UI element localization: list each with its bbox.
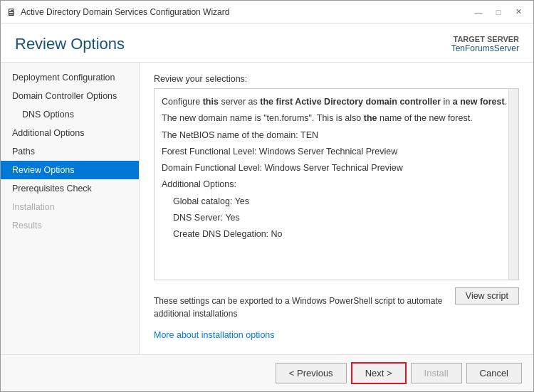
titlebar-left: 🖥 Active Directory Domain Services Confi… bbox=[6, 6, 229, 18]
server-name: TenForumsServer bbox=[451, 43, 519, 53]
review-line-9: Create DNS Delegation: No bbox=[162, 227, 511, 242]
server-info: TARGET SERVER TenForumsServer bbox=[451, 35, 519, 53]
titlebar: 🖥 Active Directory Domain Services Confi… bbox=[1, 1, 533, 23]
content-area: Review your selections: Configure this s… bbox=[140, 63, 533, 354]
export-text: These settings can be exported to a Wind… bbox=[154, 295, 444, 320]
sidebar-item-review-options[interactable]: Review Options bbox=[1, 161, 139, 179]
header: Review Options TARGET SERVER TenForumsSe… bbox=[1, 23, 533, 63]
review-line-6: Additional Options: bbox=[162, 177, 511, 192]
window: 🖥 Active Directory Domain Services Confi… bbox=[0, 0, 534, 392]
sidebar-item-dc-options[interactable]: Domain Controller Options bbox=[1, 87, 139, 105]
review-line-4: Forest Functional Level: Windows Server … bbox=[162, 144, 511, 159]
install-button: Install bbox=[411, 363, 462, 383]
sidebar-item-paths[interactable]: Paths bbox=[1, 142, 139, 161]
window-title: Active Directory Domain Services Configu… bbox=[21, 7, 229, 17]
maximize-button[interactable]: □ bbox=[489, 5, 508, 19]
sidebar: Deployment Configuration Domain Controll… bbox=[1, 63, 140, 354]
app-icon: 🖥 bbox=[6, 6, 16, 18]
sidebar-item-installation: Installation bbox=[1, 198, 139, 216]
review-line-3: The NetBIOS name of the domain: TEN bbox=[162, 128, 511, 143]
page-title: Review Options bbox=[15, 35, 125, 53]
review-label: Review your selections: bbox=[154, 74, 519, 84]
sidebar-item-dns-options[interactable]: DNS Options bbox=[1, 105, 139, 124]
review-line-2: The new domain name is "ten.forums". Thi… bbox=[162, 111, 511, 126]
review-box[interactable]: Configure this server as the first Activ… bbox=[154, 88, 519, 280]
footer: < Previous Next > Install Cancel bbox=[1, 354, 533, 391]
server-label: TARGET SERVER bbox=[451, 35, 519, 43]
export-row: These settings can be exported to a Wind… bbox=[154, 287, 519, 326]
review-line-1: Configure this server as the first Activ… bbox=[162, 95, 511, 110]
sidebar-item-prerequisites[interactable]: Prerequisites Check bbox=[1, 179, 139, 198]
main-area: Deployment Configuration Domain Controll… bbox=[1, 63, 533, 354]
review-line-7: Global catalog: Yes bbox=[162, 194, 511, 209]
titlebar-controls: — □ ✕ bbox=[469, 5, 528, 19]
scrollbar[interactable] bbox=[508, 89, 518, 280]
view-script-button[interactable]: View script bbox=[455, 287, 519, 304]
minimize-button[interactable]: — bbox=[469, 5, 488, 19]
review-line-8: DNS Server: Yes bbox=[162, 211, 511, 226]
cancel-button[interactable]: Cancel bbox=[466, 363, 522, 383]
next-button[interactable]: Next > bbox=[351, 362, 407, 384]
previous-button[interactable]: < Previous bbox=[276, 363, 347, 383]
sidebar-item-results: Results bbox=[1, 216, 139, 235]
sidebar-item-additional-options[interactable]: Additional Options bbox=[1, 124, 139, 142]
sidebar-item-deployment[interactable]: Deployment Configuration bbox=[1, 68, 139, 87]
review-line-5: Domain Functional Level: Windows Server … bbox=[162, 161, 511, 176]
more-about-link[interactable]: More about installation options bbox=[154, 330, 519, 340]
close-button[interactable]: ✕ bbox=[509, 5, 528, 19]
